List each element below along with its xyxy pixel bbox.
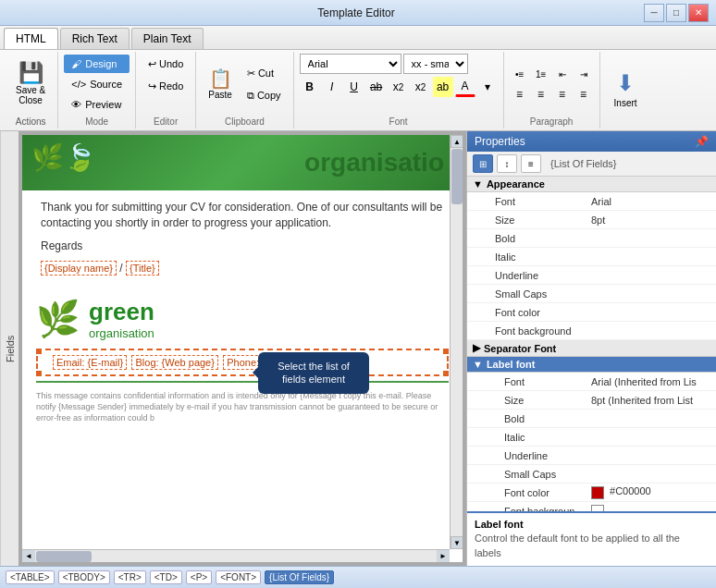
font-background-prop-row[interactable]: Font background [467, 322, 716, 340]
regards-text: Regards [41, 239, 444, 254]
italic-prop-name: Italic [467, 251, 587, 263]
window-controls: ─ □ ✕ [644, 4, 709, 22]
status-font[interactable]: <FONT> [216, 570, 261, 584]
editor-content[interactable]: organisatio 🌿🍃 Thank you for submitting … [22, 135, 463, 562]
copy-button[interactable]: ⧉ Copy [241, 85, 288, 105]
bold-prop-row[interactable]: Bold [467, 229, 716, 248]
scroll-thumb[interactable] [451, 149, 463, 204]
ribbon-group-paragraph: •≡ 1≡ ⇤ ⇥ ≡ ≡ ≡ ≡ Paragraph [504, 52, 600, 129]
insert-button[interactable]: ⬇ Insert [606, 67, 646, 112]
redo-button[interactable]: ↪ Redo [142, 76, 190, 96]
tab-plain-text[interactable]: Plain Text [131, 28, 204, 49]
font-color-button[interactable]: A [455, 77, 475, 97]
font-color-swatch [591, 486, 604, 499]
increase-indent-button[interactable]: ⇥ [574, 65, 594, 83]
undo-button[interactable]: ↩ Undo [142, 54, 190, 74]
minimize-button[interactable]: ─ [644, 4, 664, 22]
font-background-prop-name: Font background [467, 325, 587, 337]
properties-tree[interactable]: ▼ Appearance Font Arial Size 8pt Bold It… [467, 177, 716, 511]
font-size-select[interactable]: xx - small [403, 54, 468, 74]
resize-handle-br[interactable] [443, 371, 449, 376]
design-mode-button[interactable]: 🖌 Design [64, 55, 130, 73]
close-button[interactable]: ✕ [688, 4, 709, 22]
label-small-caps-prop-row[interactable]: Small Caps [467, 465, 716, 484]
maximize-button[interactable]: □ [666, 4, 686, 22]
subscript-button[interactable]: x2 [389, 77, 409, 97]
highlight-button[interactable]: ab [433, 77, 453, 97]
horizontal-scrollbar[interactable]: ◄ ► [22, 549, 450, 562]
field-tags-section[interactable]: Email: {E-mail} Blog: {Web page} Phone:{… [36, 349, 449, 376]
label-italic-prop-name: Italic [467, 432, 587, 443]
size-prop-row[interactable]: Size 8pt [467, 211, 716, 229]
label-size-prop-row[interactable]: Size 8pt (Inherited from List [467, 391, 716, 410]
save-close-button[interactable]: 💾 Save & Close [9, 59, 52, 109]
align-center-button[interactable]: ≡ [531, 85, 551, 104]
appearance-section-header[interactable]: ▼ Appearance [467, 177, 716, 192]
font-color-prop-name: Font color [467, 307, 587, 318]
label-font-section-header[interactable]: ▼ Label font [467, 357, 716, 373]
label-underline-prop-row[interactable]: Underline [467, 447, 716, 465]
resize-handle-tr[interactable] [443, 349, 449, 354]
resize-handle-bl[interactable] [36, 371, 42, 376]
status-table[interactable]: <TABLE> [6, 570, 55, 584]
ribbon-group-mode: 🖌 Design </> Source 👁 Preview Mode [58, 52, 136, 129]
label-font-prop-row[interactable]: Font Arial (Inherited from Lis [467, 373, 716, 391]
scroll-right-arrow[interactable]: ► [437, 550, 450, 563]
scroll-up-arrow[interactable]: ▲ [451, 135, 463, 148]
properties-view-button[interactable]: ≡ [521, 154, 541, 173]
align-right-button[interactable]: ≡ [552, 85, 573, 104]
underline-prop-row[interactable]: Underline [467, 266, 716, 285]
align-left-button[interactable]: ≡ [510, 85, 530, 104]
ribbon-group-insert: ⬇ Insert [600, 52, 651, 129]
bold-button[interactable]: B [300, 77, 320, 97]
font-color-dropdown[interactable]: ▾ [477, 77, 498, 97]
org-name-text: green organisation [89, 298, 154, 340]
scroll-h-thumb[interactable] [36, 551, 92, 562]
preview-mode-button[interactable]: 👁 Preview [64, 95, 130, 114]
italic-button[interactable]: I [322, 77, 342, 97]
label-bold-prop-name: Bold [467, 413, 587, 424]
label-font-color-prop-row[interactable]: Font color #C00000 [467, 484, 716, 502]
status-list-of-fields[interactable]: {List Of Fields} [265, 570, 334, 584]
categorized-view-button[interactable]: ⊞ [473, 154, 493, 173]
label-font-prop-name: Font [467, 376, 587, 387]
scroll-left-arrow[interactable]: ◄ [22, 550, 35, 563]
fields-tab[interactable]: Fields [0, 131, 19, 566]
font-prop-row[interactable]: Font Arial [467, 192, 716, 211]
superscript-button[interactable]: x2 [411, 77, 431, 97]
label-font-bg-prop-row[interactable]: Font backgroun [467, 502, 716, 511]
pin-icon[interactable]: 📌 [695, 135, 709, 148]
tooltip-select-list: Select the list of fields element [258, 352, 369, 394]
font-bg-swatch [591, 505, 604, 512]
status-tbody[interactable]: <TBODY> [58, 570, 110, 584]
font-family-select[interactable]: Arial [300, 54, 401, 74]
properties-description: Label font Control the default font to b… [467, 511, 716, 566]
vertical-scrollbar[interactable]: ▲ ▼ [450, 135, 463, 549]
status-p[interactable]: <P> [186, 570, 212, 584]
small-caps-prop-row[interactable]: Small Caps [467, 285, 716, 303]
underline-button[interactable]: U [344, 77, 364, 97]
decrease-indent-button[interactable]: ⇤ [552, 65, 573, 83]
status-td[interactable]: <TD> [150, 570, 182, 584]
sort-button[interactable]: ↕ [497, 154, 517, 173]
source-mode-button[interactable]: </> Source [64, 75, 130, 93]
font-color-prop-row[interactable]: Font color Set font properties for all l… [467, 303, 716, 322]
ordered-list-button[interactable]: 1≡ [531, 65, 551, 83]
tab-html[interactable]: HTML [4, 28, 58, 49]
cut-button[interactable]: ✂ Cut [241, 63, 288, 83]
label-italic-prop-row[interactable]: Italic [467, 428, 716, 447]
paste-button[interactable]: 📋 Paste [202, 66, 239, 104]
label-bold-prop-row[interactable]: Bold [467, 410, 716, 428]
justify-button[interactable]: ≡ [574, 85, 594, 104]
strikethrough-button[interactable]: ab [366, 77, 387, 97]
tab-rich-text[interactable]: Rich Text [60, 28, 130, 49]
unordered-list-button[interactable]: •≡ [510, 65, 530, 83]
status-tr[interactable]: <TR> [114, 570, 146, 584]
separator-font-section-header[interactable]: ▶ Separator Font [467, 340, 716, 357]
italic-prop-row[interactable]: Italic [467, 248, 716, 266]
scroll-down-arrow[interactable]: ▼ [451, 536, 463, 549]
resize-handle-tl[interactable] [36, 349, 42, 354]
display-name-field: {Display name} / {Title} [41, 261, 444, 276]
insert-icon: ⬇ [616, 70, 635, 96]
clipboard-label: Clipboard [225, 116, 265, 127]
